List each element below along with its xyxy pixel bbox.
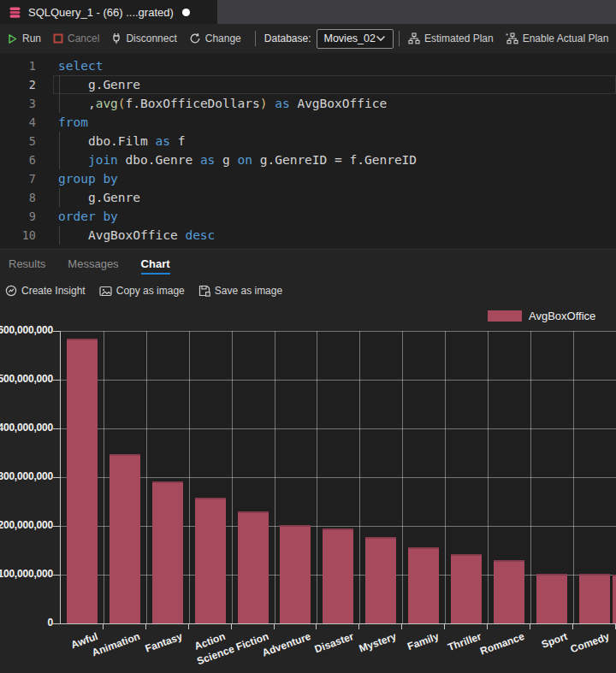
line-code: g.Genre bbox=[58, 188, 140, 207]
x-axis-tick bbox=[145, 624, 146, 629]
line-number[interactable]: 10 bbox=[0, 226, 36, 245]
x-axis-tick bbox=[316, 624, 317, 629]
x-axis-label: Sport bbox=[539, 630, 568, 651]
code-token: group by bbox=[58, 172, 118, 186]
line-code: order by bbox=[58, 207, 118, 226]
run-button[interactable]: Run bbox=[7, 32, 41, 44]
chevron-down-icon bbox=[376, 35, 386, 42]
gridline-vertical bbox=[359, 331, 360, 623]
tab-chart[interactable]: Chart bbox=[141, 250, 170, 277]
line-code: ,avg(f.BoxOfficeDollars) as AvgBoxOffice bbox=[58, 94, 387, 113]
database-icon bbox=[9, 6, 21, 19]
code-token: desc bbox=[185, 228, 215, 242]
save-image-icon bbox=[198, 285, 210, 297]
tab-strip: SQLQuery_1 - (66) ....grated) bbox=[0, 0, 616, 24]
bar-animation[interactable] bbox=[110, 454, 140, 623]
x-axis-label: Romance bbox=[478, 630, 526, 658]
code-token: g.Genre bbox=[58, 78, 140, 92]
plot-area bbox=[60, 331, 616, 624]
gridline-horizontal bbox=[61, 380, 616, 381]
x-axis-label: Adventure bbox=[261, 630, 313, 658]
line-number[interactable]: 6 bbox=[0, 151, 36, 169]
line-number[interactable]: 9 bbox=[0, 207, 36, 226]
code-line[interactable]: 8 g.Genre bbox=[0, 188, 616, 207]
line-code: group by bbox=[58, 169, 118, 188]
tab-messages[interactable]: Messages bbox=[68, 250, 118, 277]
code-line[interactable]: 10 AvgBoxOffice desc bbox=[0, 226, 616, 245]
bar-romance[interactable] bbox=[494, 560, 524, 623]
copy-as-image-button[interactable]: Copy as image bbox=[99, 285, 185, 297]
code-line[interactable]: 9order by bbox=[0, 207, 616, 226]
sql-editor[interactable]: 1select2 g.Genre3 ,avg(f.BoxOfficeDollar… bbox=[0, 53, 616, 249]
bar-adventure[interactable] bbox=[280, 525, 311, 623]
results-panel: Results Messages Chart Create Insight Co… bbox=[0, 249, 616, 673]
gridline-vertical bbox=[573, 331, 574, 623]
bar-thriller[interactable] bbox=[451, 554, 482, 623]
bar-fantasy[interactable] bbox=[152, 481, 183, 623]
line-number[interactable]: 4 bbox=[0, 113, 36, 132]
editor-tab[interactable]: SQLQuery_1 - (66) ....grated) bbox=[0, 0, 217, 24]
bar-awful[interactable] bbox=[67, 339, 98, 623]
code-line[interactable]: 5 dbo.Film as f bbox=[0, 132, 616, 151]
create-insight-button[interactable]: Create Insight bbox=[5, 285, 86, 297]
code-token: , bbox=[58, 97, 96, 110]
code-line[interactable]: 3 ,avg(f.BoxOfficeDollars) as AvgBoxOffi… bbox=[0, 94, 616, 113]
line-code: join dbo.Genre as g on g.GenreID = f.Gen… bbox=[58, 151, 417, 169]
x-axis-label: Fantasy bbox=[144, 630, 184, 655]
code-token: g bbox=[215, 153, 237, 167]
gridline-vertical bbox=[104, 331, 104, 623]
disconnect-button[interactable]: Disconnect bbox=[111, 32, 176, 44]
line-number[interactable]: 5 bbox=[0, 132, 36, 151]
bar-disaster[interactable] bbox=[323, 528, 353, 623]
enable-actual-plan-button[interactable]: * Enable Actual Plan bbox=[506, 32, 609, 44]
save-as-image-label: Save as image bbox=[215, 285, 282, 297]
save-as-image-button[interactable]: Save as image bbox=[198, 285, 282, 297]
line-number[interactable]: 2 bbox=[0, 75, 36, 94]
line-code: g.Genre bbox=[58, 75, 140, 94]
cancel-button[interactable]: Cancel bbox=[53, 32, 99, 44]
estimated-plan-icon bbox=[408, 32, 420, 44]
chart-legend[interactable]: AvgBoxOffice bbox=[488, 310, 595, 322]
estimated-plan-button[interactable]: Estimated Plan bbox=[408, 32, 494, 44]
line-code: select bbox=[58, 56, 103, 75]
line-number[interactable]: 3 bbox=[0, 94, 36, 113]
y-axis-tick bbox=[53, 526, 60, 527]
line-code: dbo.Film as f bbox=[58, 132, 185, 151]
tab-results[interactable]: Results bbox=[9, 250, 45, 277]
x-axis-tick bbox=[188, 624, 189, 629]
x-axis-tick bbox=[572, 624, 573, 629]
code-line[interactable]: 1select bbox=[0, 56, 616, 75]
change-connection-button[interactable]: Change bbox=[189, 32, 241, 44]
bar-comedy[interactable] bbox=[579, 574, 610, 623]
y-axis-tick bbox=[53, 477, 60, 478]
code-line[interactable]: 4from bbox=[0, 113, 616, 132]
code-line[interactable]: 6 join dbo.Genre as g on g.GenreID = f.G… bbox=[0, 151, 616, 169]
bar-horror[interactable] bbox=[613, 575, 616, 623]
bar-mystery[interactable] bbox=[365, 537, 396, 623]
create-insight-icon bbox=[5, 285, 17, 297]
code-token bbox=[267, 97, 275, 110]
x-axis-label: Disaster bbox=[313, 630, 355, 655]
line-number[interactable]: 1 bbox=[0, 56, 36, 75]
code-token: as bbox=[200, 153, 215, 167]
unsaved-dot-icon[interactable] bbox=[182, 9, 190, 16]
code-line[interactable]: 2 g.Genre bbox=[0, 75, 616, 94]
create-insight-label: Create Insight bbox=[21, 285, 86, 297]
y-axis-tick bbox=[53, 428, 60, 429]
copy-image-icon bbox=[99, 286, 112, 297]
database-select[interactable]: Movies_02 bbox=[317, 29, 394, 49]
line-number[interactable]: 7 bbox=[0, 169, 36, 188]
legend-swatch bbox=[488, 310, 522, 322]
disconnect-label: Disconnect bbox=[126, 32, 176, 44]
bar-action[interactable] bbox=[195, 498, 226, 623]
bar-science-fiction[interactable] bbox=[238, 511, 269, 623]
code-line[interactable]: 7group by bbox=[0, 169, 616, 188]
chart-toolbar: Create Insight Copy as image Save as ima… bbox=[0, 277, 616, 304]
y-axis-label: 300,000,000 bbox=[0, 470, 53, 482]
bar-family[interactable] bbox=[408, 547, 439, 623]
enable-actual-plan-label: Enable Actual Plan bbox=[523, 32, 609, 44]
y-axis-label: 200,000,000 bbox=[0, 519, 53, 531]
line-number[interactable]: 8 bbox=[0, 188, 36, 207]
y-axis-label: 400,000,000 bbox=[0, 422, 53, 434]
bar-sport[interactable] bbox=[536, 574, 567, 623]
